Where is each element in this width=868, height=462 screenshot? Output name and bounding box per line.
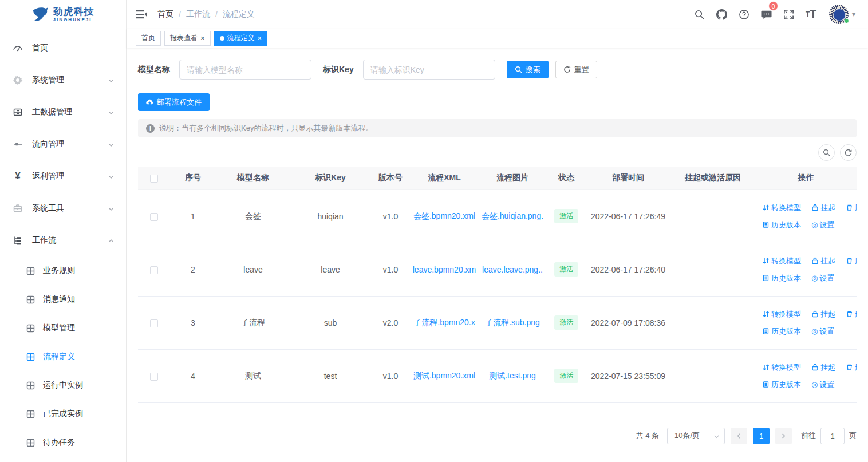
trash-icon [846, 204, 853, 211]
close-icon[interactable]: × [200, 34, 205, 42]
chevron-right-icon [780, 433, 787, 439]
font-size-icon[interactable]: TT [800, 0, 822, 29]
sidebar-subitem-label: 待办任务 [43, 437, 75, 448]
goto-page-input[interactable] [820, 428, 845, 444]
deploy-process-button[interactable]: 部署流程文件 [138, 93, 210, 111]
row-checkbox[interactable] [150, 213, 158, 221]
reset-button[interactable]: 重置 [555, 61, 597, 78]
sidebar-subitem-model-mgmt[interactable]: 模型管理 [0, 314, 126, 342]
xml-link[interactable]: leave.bpmn20.xm [411, 265, 478, 274]
tab-home[interactable]: 首页 [136, 31, 161, 46]
table-row: 1 会签 huiqian v1.0 会签.bpmn20.xml 会签.huiqi… [138, 189, 857, 243]
delete-link[interactable]: 删除 [846, 203, 857, 213]
sidebar-subitem-label: 模型管理 [43, 323, 75, 333]
search-button[interactable]: 搜索 [507, 61, 549, 78]
sidebar-subitem-running-instances[interactable]: 运行中实例 [0, 371, 126, 400]
image-link[interactable]: 测试.test.png [478, 371, 547, 381]
image-link[interactable]: leave.leave.png.. [478, 265, 547, 274]
convert-model-link[interactable]: 转换模型 [762, 203, 801, 213]
history-versions-link[interactable]: 历史版本 [762, 380, 801, 390]
sidebar-toggle-icon[interactable] [136, 9, 147, 20]
convert-model-link[interactable]: 转换模型 [762, 309, 801, 319]
sidebar-item-rebate-mgmt[interactable]: ¥ 返利管理 [0, 160, 126, 192]
page-number-1[interactable]: 1 [753, 428, 770, 444]
table-mini-tools [138, 144, 857, 161]
sidebar-item-label: 返利管理 [32, 171, 108, 181]
sidebar-item-workflow[interactable]: 工作流 [0, 224, 126, 256]
sidebar-item-system-tools[interactable]: 系统工具 [0, 192, 126, 224]
tab-report-view[interactable]: 报表查看 × [164, 31, 211, 46]
sidebar-item-home[interactable]: 首页 [0, 32, 126, 64]
history-versions-link[interactable]: 历史版本 [762, 326, 801, 337]
model-name-input[interactable] [179, 60, 311, 80]
message-icon[interactable]: 0 [755, 0, 778, 29]
close-icon[interactable]: × [258, 34, 262, 42]
delete-link[interactable]: 删除 [846, 309, 857, 319]
sidebar-item-label: 流向管理 [32, 139, 108, 149]
fullscreen-icon[interactable] [778, 0, 800, 29]
sidebar-item-master-data[interactable]: 主数据管理 [0, 96, 126, 128]
col-header-image: 流程图片 [478, 167, 547, 189]
search-form: 模型名称 标识Key 搜索 重置 [138, 60, 857, 80]
breadcrumb-home[interactable]: 首页 [157, 9, 173, 19]
sidebar-subitem-business-rules[interactable]: 业务规则 [0, 256, 126, 285]
delete-link[interactable]: 删除 [846, 362, 857, 373]
select-all-checkbox[interactable] [150, 175, 158, 183]
gear-icon [13, 75, 23, 85]
sidebar-item-system-mgmt[interactable]: 系统管理 [0, 64, 126, 96]
settings-link[interactable]: ◎设置 [811, 220, 834, 230]
key-input[interactable] [363, 60, 495, 80]
suspend-link[interactable]: 挂起 [811, 309, 835, 319]
header-search-icon[interactable] [688, 0, 711, 29]
github-icon[interactable] [711, 0, 733, 29]
prev-page-button[interactable] [731, 428, 747, 444]
toolbox-icon [13, 203, 23, 214]
toggle-search-button[interactable] [818, 144, 835, 161]
image-link[interactable]: 子流程.sub.png [478, 318, 547, 328]
brand-logo[interactable]: 劲虎科技 JINGHUKEJI [0, 0, 126, 29]
sidebar-item-flow-mgmt[interactable]: 流向管理 [0, 128, 126, 160]
history-versions-link[interactable]: 历史版本 [762, 220, 801, 230]
cell-reason [670, 296, 755, 349]
sidebar-subitem-todo-tasks[interactable]: 待办任务 [0, 428, 126, 457]
tab-process-definition[interactable]: 流程定义 × [214, 31, 268, 46]
lock-icon [811, 310, 819, 318]
active-tab-dot [220, 36, 224, 41]
image-link[interactable]: 会签.huiqian.png. [478, 211, 547, 222]
row-checkbox[interactable] [150, 373, 158, 381]
suspend-link[interactable]: 挂起 [811, 362, 835, 373]
cell-name: leave [216, 243, 290, 296]
yen-icon: ¥ [13, 171, 23, 181]
row-checkbox[interactable] [150, 266, 158, 274]
goto-label: 前往 [801, 431, 816, 441]
cell-no: 4 [170, 349, 216, 402]
xml-link[interactable]: 子流程.bpmn20.x [411, 318, 478, 328]
help-icon[interactable] [733, 0, 755, 29]
next-page-button[interactable] [775, 428, 792, 444]
suspend-link[interactable]: 挂起 [811, 203, 835, 213]
suspend-link[interactable]: 挂起 [811, 256, 835, 266]
convert-model-link[interactable]: 转换模型 [762, 256, 801, 266]
trash-icon [846, 364, 853, 371]
settings-link[interactable]: ◎设置 [811, 273, 834, 283]
delete-link[interactable]: 删除 [846, 256, 857, 266]
sidebar-subitem-process-definition[interactable]: 流程定义 [0, 342, 126, 371]
lock-icon [811, 257, 819, 264]
sidebar-menu: 首页 系统管理 主数据管理 流向管理 [0, 32, 126, 457]
history-versions-link[interactable]: 历史版本 [762, 273, 801, 283]
settings-link[interactable]: ◎设置 [811, 326, 834, 337]
row-checkbox[interactable] [150, 319, 158, 327]
status-badge: 激活 [554, 262, 578, 277]
xml-link[interactable]: 会签.bpmn20.xml [411, 211, 478, 222]
settings-link[interactable]: ◎设置 [811, 380, 834, 390]
user-menu[interactable]: ▾ [822, 5, 860, 24]
sidebar-subitem-finished-instances[interactable]: 已完成实例 [0, 400, 126, 428]
convert-model-link[interactable]: 转换模型 [762, 362, 801, 373]
xml-link[interactable]: 测试.bpmn20.xml [411, 371, 478, 381]
avatar[interactable] [829, 5, 849, 24]
sidebar-subitem-message-notify[interactable]: 消息通知 [0, 285, 126, 314]
refresh-table-button[interactable] [840, 144, 857, 161]
page-size-select[interactable]: 10条/页 [667, 428, 725, 444]
upload-cloud-icon [146, 98, 153, 106]
swap-arrows-icon [762, 257, 770, 264]
